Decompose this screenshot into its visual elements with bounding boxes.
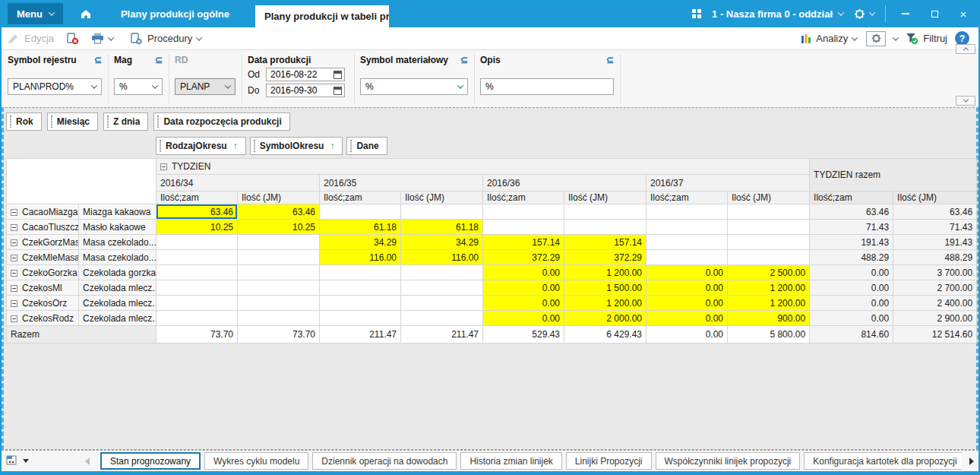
procedures-button[interactable]: Procedury (130, 33, 201, 45)
pivot-row-total-cell[interactable]: 2 900.00 (893, 311, 977, 326)
pivot-cell[interactable] (156, 296, 238, 311)
tabs-scroll-right-icon[interactable] (969, 458, 974, 465)
analyses-button[interactable]: Analizy (801, 33, 857, 44)
pivot-footer-cell[interactable]: 0.00 (646, 326, 728, 344)
pivot-cell[interactable]: 0.00 (483, 280, 564, 296)
pivot-column-field-rodzajokresu[interactable]: RodzajOkresu↑ (156, 137, 246, 155)
pivot-cell[interactable] (156, 311, 238, 326)
row-header-opis[interactable]: Czekolada mlecz... (79, 311, 156, 326)
pivot-cell[interactable]: 2 000.00 (564, 311, 646, 326)
pivot-cell[interactable] (646, 250, 728, 265)
pivot-row-total-cell[interactable]: 0.00 (810, 296, 893, 311)
pivot-row-total-cell[interactable]: 71.43 (893, 220, 977, 235)
modules-grid-icon[interactable] (692, 9, 701, 18)
mag-select[interactable]: % (114, 78, 163, 95)
collapse-icon[interactable] (11, 270, 17, 277)
rd-select[interactable]: PLANP (175, 78, 236, 95)
edit-button[interactable]: Edycja (8, 33, 54, 44)
pivot-cell[interactable] (238, 311, 320, 326)
pivot-cell[interactable]: 1 200.00 (564, 265, 646, 280)
calendar-icon[interactable] (334, 87, 342, 95)
pivot-footer-cell[interactable]: 529.43 (483, 326, 564, 344)
minimize-button[interactable] (896, 4, 915, 24)
pivot-cell[interactable] (320, 204, 401, 220)
filter-button[interactable]: Filtruj (906, 33, 947, 45)
pivot-measure-header[interactable]: Ilość (JM) (401, 192, 483, 204)
tabs-scroll-left-icon[interactable] (85, 458, 90, 465)
pivot-footer-cell[interactable]: 73.70 (156, 326, 238, 344)
pivot-cell[interactable]: 2 500.00 (728, 265, 810, 280)
row-header-symbol[interactable]: CzekMleMasa (7, 250, 79, 265)
subset-operator-icon[interactable]: ⊆ (94, 55, 102, 65)
pivot-row-total-cell[interactable]: 3 700.00 (893, 265, 977, 280)
pivot-cell[interactable]: 1 200.00 (728, 296, 810, 311)
row-header-opis[interactable]: Czekolada gorzka (79, 265, 156, 280)
pivot-cell[interactable]: 61.18 (401, 220, 483, 235)
pivot-footer-cell[interactable]: 5 800.00 (728, 326, 810, 344)
pivot-grand-total-header[interactable]: TYDZIEN razem (810, 159, 977, 192)
pivot-total-measure-header[interactable]: Ilość (JM) (893, 192, 977, 204)
pivot-cell[interactable]: 157.14 (483, 235, 564, 250)
pivot-row-total-cell[interactable]: 71.43 (810, 220, 893, 235)
pivot-cell[interactable] (728, 235, 810, 250)
pivot-filter-field-data-rozpocz-cia-produkcji[interactable]: Data rozpoczęcia produkcji (153, 112, 289, 131)
row-header-symbol[interactable]: CzekosMl (7, 280, 79, 296)
pivot-filter-field-z-dnia[interactable]: Z dnia (103, 112, 148, 131)
pivot-cell[interactable] (401, 265, 483, 280)
pivot-cell[interactable]: 34.29 (401, 235, 483, 250)
pivot-cell[interactable]: 372.29 (564, 250, 646, 265)
row-header-symbol[interactable]: CzekosRodz (7, 311, 79, 326)
pivot-cell[interactable] (156, 280, 238, 296)
collapse-icon[interactable] (11, 255, 17, 261)
row-header-opis[interactable]: Masa czekolado... (79, 250, 156, 265)
pivot-cell[interactable]: 61.18 (320, 220, 401, 235)
print-button[interactable] (91, 33, 113, 44)
symbol-rejestru-select[interactable]: PLAN\PROD% (8, 78, 102, 95)
pivot-cell[interactable] (564, 204, 646, 220)
pivot-cell[interactable] (646, 220, 728, 235)
date-from-input[interactable]: 2016-08-22 (266, 68, 345, 81)
pivot-cell[interactable] (238, 250, 320, 265)
bottom-tab-historia-zmian-linijek[interactable]: Historia zmian linijek (460, 452, 561, 470)
chevron-down-icon[interactable] (893, 34, 899, 40)
pivot-cell[interactable]: 1 200.00 (728, 280, 810, 296)
bottom-tab-wykres-cyklu-modelu[interactable]: Wykres cyklu modelu (204, 452, 308, 470)
delete-document-button[interactable] (66, 33, 79, 45)
pivot-row-total-cell[interactable]: 0.00 (810, 265, 893, 280)
pivot-cell[interactable] (320, 311, 401, 326)
pivot-cell[interactable] (320, 296, 401, 311)
pivot-cell[interactable]: 1 500.00 (564, 280, 646, 296)
tab-plany-produkcji-w-tabeli[interactable]: Plany produkcji w tabeli prze (255, 5, 389, 27)
pivot-cell[interactable] (483, 204, 564, 220)
pivot-cell[interactable] (401, 311, 483, 326)
pivot-week-header[interactable]: 2016/35 (320, 175, 483, 192)
pivot-row-total-cell[interactable]: 2 700.00 (893, 280, 977, 296)
opis-input[interactable] (480, 78, 614, 95)
pivot-week-header[interactable]: 2016/37 (646, 175, 810, 192)
pivot-measure-header[interactable]: Ilość (JM) (238, 192, 320, 204)
pivot-week-header[interactable]: 2016/36 (483, 175, 646, 192)
row-header-symbol[interactable]: CzekoGorzka (7, 265, 79, 280)
pivot-cell[interactable] (156, 250, 238, 265)
row-header-symbol[interactable]: CzekosOrz (7, 296, 79, 311)
settings-menu[interactable] (854, 8, 874, 20)
grid-settings-button[interactable] (866, 31, 886, 46)
maximize-button[interactable] (925, 4, 944, 24)
pivot-cell[interactable] (401, 280, 483, 296)
pivot-row-total-cell[interactable]: 63.46 (893, 204, 977, 220)
pivot-cell[interactable] (156, 235, 238, 250)
home-button[interactable] (80, 8, 92, 19)
pivot-cell[interactable] (238, 235, 320, 250)
pivot-cell[interactable] (238, 296, 320, 311)
pivot-filter-field-miesi-c[interactable]: Miesiąc (47, 112, 98, 131)
pivot-row-total-cell[interactable]: 488.29 (893, 250, 977, 265)
pivot-cell[interactable]: 63.46 (156, 204, 238, 220)
collapse-icon[interactable] (11, 300, 17, 307)
pivot-total-measure-header[interactable]: Ilość;zam (810, 192, 893, 204)
pivot-cell[interactable] (156, 265, 238, 280)
subset-operator-icon[interactable]: ⊆ (155, 55, 163, 65)
symbol-materialowy-select[interactable]: % (360, 78, 468, 95)
row-header-opis[interactable]: Czekolada mlecz... (79, 280, 156, 296)
pivot-cell[interactable]: 0.00 (483, 311, 564, 326)
pivot-group-header[interactable]: TYDZIEN (156, 159, 810, 175)
